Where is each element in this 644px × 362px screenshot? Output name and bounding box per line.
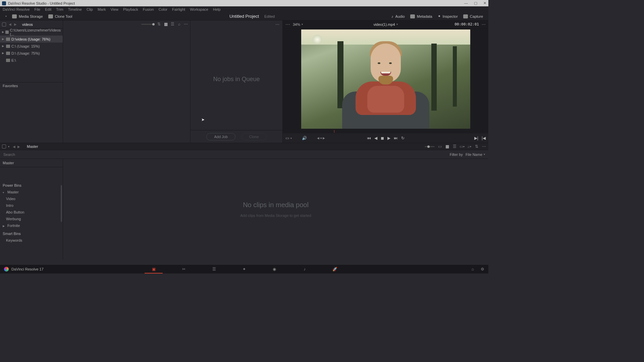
mark-out-button[interactable]: |◀ <box>482 136 486 140</box>
menu-view[interactable]: View <box>110 7 118 11</box>
pool-forward-button[interactable]: ▶ <box>17 145 20 148</box>
next-frame-button[interactable]: ⏭ <box>394 136 398 140</box>
pool-sort-icon[interactable]: ⇅ <box>474 144 479 149</box>
clone-tool-button[interactable]: Clone Tool <box>46 14 75 19</box>
match-frame-button[interactable]: ▭▾ <box>285 136 292 140</box>
pool-search-input[interactable] <box>3 153 450 157</box>
menu-file[interactable]: File <box>35 7 41 11</box>
pool-breadcrumb[interactable]: Master <box>27 144 38 148</box>
zoom-dropdown[interactable]: 34%▾ <box>293 22 303 26</box>
viewer-filename[interactable]: video(1).mp4▾ <box>373 22 397 26</box>
window-title: DaVinci Resolve Studio - Untitled Projec… <box>8 1 75 5</box>
panel-toggle-icon[interactable] <box>2 22 6 26</box>
filter-dropdown[interactable]: File Name▾ <box>466 153 485 157</box>
first-frame-button[interactable]: ⏮ <box>367 136 371 140</box>
more-options-icon[interactable]: ⋯ <box>183 22 188 26</box>
media-storage-button[interactable]: Media Storage <box>9 14 46 19</box>
capture-panel-button[interactable]: Capture <box>461 13 486 19</box>
app-icon <box>2 1 6 5</box>
menu-help[interactable]: Help <box>213 7 221 11</box>
media-page-button[interactable]: ▣ <box>151 266 157 272</box>
grid-view-icon[interactable]: ▦ <box>163 22 168 26</box>
menu-edit[interactable]: Edit <box>45 7 51 11</box>
bin-row[interactable]: Video <box>0 195 63 202</box>
pool-strip-view-icon[interactable]: ▭ <box>437 144 442 149</box>
mark-in-button[interactable]: ▶| <box>474 136 478 140</box>
video-canvas[interactable] <box>283 28 488 129</box>
pool-grid-view-icon[interactable]: ▦ <box>445 144 449 149</box>
maximize-button[interactable]: ▢ <box>474 1 477 5</box>
pool-panel-toggle[interactable] <box>2 144 6 148</box>
clone-button[interactable]: Clone <box>241 133 267 140</box>
viewer-options-icon[interactable]: ⋯ <box>285 22 290 27</box>
thumbnail-size-slider[interactable] <box>141 24 155 25</box>
cut-page-button[interactable]: ✂ <box>181 266 187 272</box>
master-bin[interactable]: Master <box>0 159 63 167</box>
bin-row[interactable]: Keywords <box>0 237 63 244</box>
jog-control[interactable]: ◀ ● ▶ <box>317 136 325 140</box>
deliver-page-button[interactable]: 🚀 <box>332 266 338 272</box>
menu-workspace[interactable]: Workspace <box>190 7 208 11</box>
menu-mark[interactable]: Mark <box>98 7 106 11</box>
bin-row[interactable]: Intro <box>0 202 63 209</box>
nav-forward-button[interactable]: ▶ <box>14 22 17 26</box>
edit-page-button[interactable]: ☰ <box>211 266 217 272</box>
pool-empty-hint: Add clips from Media Storage to get star… <box>240 214 311 218</box>
prev-frame-button[interactable]: ◀ <box>374 136 377 140</box>
minimize-button[interactable]: — <box>464 1 468 5</box>
clone-icon <box>48 14 53 18</box>
pool-search-icon[interactable]: ⌕▾ <box>467 144 472 149</box>
storage-item[interactable]: E:\ <box>0 57 63 64</box>
audio-panel-button[interactable]: ♪Audio <box>389 13 408 19</box>
menu-clip[interactable]: Clip <box>87 7 93 11</box>
add-job-button[interactable]: Add Job <box>206 133 235 140</box>
loop-button[interactable]: ↻ <box>401 136 405 140</box>
media-pool-area[interactable]: No clips in media pool Add clips from Me… <box>63 159 488 259</box>
list-view-icon[interactable]: ☰ <box>170 22 175 26</box>
nav-back-button[interactable]: ◀ <box>9 22 11 26</box>
pool-list-view-icon[interactable]: ☰ <box>452 144 457 149</box>
color-page-button[interactable]: ◉ <box>271 266 277 272</box>
menu-fusion[interactable]: Fusion <box>143 7 154 11</box>
menu-davinci[interactable]: DaVinci Resolve <box>3 7 30 11</box>
menu-playback[interactable]: Playback <box>123 7 138 11</box>
bin-row[interactable]: ▾Master <box>0 189 63 195</box>
storage-item[interactable]: ▶D:\ (Usage: 75%) <box>0 50 63 57</box>
project-settings-button[interactable]: ⚙ <box>481 267 484 272</box>
bin-row[interactable]: ▶Fortnite <box>0 222 63 229</box>
bin-row[interactable]: Werbung <box>0 216 63 222</box>
pool-dropdown-icon[interactable]: ▾ <box>8 145 9 148</box>
fusion-page-button[interactable]: ✦ <box>241 266 247 272</box>
search-icon[interactable]: ⌕ <box>177 22 181 26</box>
sort-icon[interactable]: ⇅ <box>157 22 161 26</box>
storage-item[interactable]: ▶C:\ (Usage: 15%) <box>0 43 63 50</box>
playhead-icon[interactable] <box>334 130 334 133</box>
menu-timeline[interactable]: Timeline <box>68 7 82 11</box>
close-button[interactable]: ✕ <box>483 1 486 5</box>
scrub-bar[interactable] <box>283 129 488 133</box>
stop-button[interactable]: ◼ <box>381 136 384 140</box>
pool-aspect-icon[interactable]: ▭▾ <box>460 144 464 149</box>
metadata-panel-button[interactable]: Metadata <box>408 13 435 19</box>
home-button[interactable]: ⌂ <box>472 267 474 272</box>
play-button[interactable]: ▶ <box>387 136 390 140</box>
pool-thumb-slider[interactable] <box>425 146 435 147</box>
smart-bins-label: Smart Bins <box>0 229 63 237</box>
storage-item[interactable]: ▶C:\Users\Lizenznehmer\Videos (... <box>0 28 63 36</box>
inspector-panel-button[interactable]: ✦Inspector <box>435 13 461 19</box>
scrollbar[interactable] <box>61 185 62 222</box>
volume-icon[interactable]: 🔊 <box>302 136 307 140</box>
bin-row[interactable]: Abo Button <box>0 209 63 216</box>
timecode-display[interactable]: 00:00:02:01 <box>454 22 479 26</box>
pool-options-icon[interactable]: ⋯ <box>482 144 486 149</box>
menu-trim[interactable]: Trim <box>56 7 63 11</box>
dropdown-toggle[interactable]: ▾ <box>3 14 9 18</box>
menu-color[interactable]: Color <box>159 7 167 11</box>
pool-back-button[interactable]: ◀ <box>13 145 15 148</box>
fairlight-page-button[interactable]: ♪ <box>302 266 308 272</box>
storage-item[interactable]: ▶D:\videos (Usage: 76%) <box>0 36 63 43</box>
clone-options-icon[interactable]: ⋯ <box>275 22 280 27</box>
brand-label: DaVinci Resolve 17 <box>11 267 44 271</box>
viewer-menu-icon[interactable]: ⋯ <box>482 22 486 27</box>
menu-fairlight[interactable]: Fairlight <box>172 7 185 11</box>
